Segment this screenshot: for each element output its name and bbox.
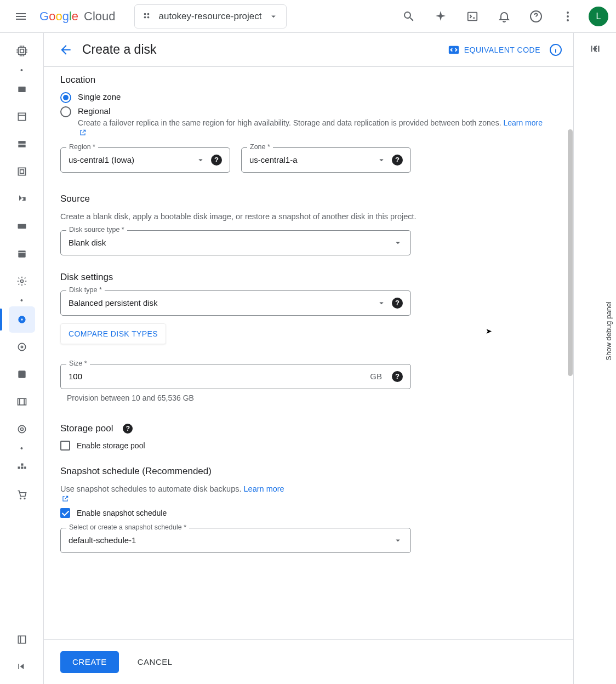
- storage-pool-heading-row: Storage pool ?: [60, 423, 557, 434]
- size-field[interactable]: Size * GB ?: [60, 364, 411, 389]
- more-button[interactable]: [555, 3, 581, 30]
- nav-item-marketplace[interactable]: [9, 626, 35, 653]
- svg-rect-15: [18, 168, 25, 175]
- zone-select[interactable]: Zone * us-central1-a ?: [241, 147, 411, 173]
- code-icon: [448, 44, 460, 56]
- cancel-button[interactable]: CANCEL: [130, 652, 180, 672]
- svg-point-23: [21, 346, 22, 347]
- help-circle-icon: [529, 10, 543, 23]
- svg-rect-10: [20, 49, 24, 53]
- nav-item-3[interactable]: [9, 131, 35, 157]
- async-icon: [16, 424, 27, 435]
- machine-icon: [16, 166, 27, 177]
- show-debug-panel[interactable]: Show debug panel: [603, 296, 614, 366]
- radio-checked-icon: [60, 92, 71, 103]
- cart-icon: [16, 489, 27, 500]
- radio-regional[interactable]: Regional Create a failover replica in th…: [60, 106, 557, 136]
- regional-label: Regional: [78, 106, 543, 116]
- radio-single-zone[interactable]: Single zone: [60, 92, 557, 103]
- single-zone-label: Single zone: [78, 92, 121, 101]
- nav-dot-3: •: [9, 443, 35, 454]
- search-button[interactable]: [396, 3, 422, 30]
- nav-item-8[interactable]: [9, 268, 35, 294]
- percent-icon: [16, 221, 27, 232]
- chevron-left-bar-icon: [589, 43, 601, 55]
- snapshot-icon: [16, 369, 27, 380]
- svg-point-26: [18, 425, 25, 432]
- nav-item-async[interactable]: [9, 416, 35, 442]
- size-helper: Provision between 10 and 65,536 GB: [67, 394, 557, 402]
- svg-point-8: [567, 19, 569, 21]
- notifications-button[interactable]: [491, 3, 517, 30]
- enable-snapshot-checkbox[interactable]: Enable snapshot schedule: [60, 508, 557, 518]
- svg-point-1: [147, 13, 149, 15]
- zone-help[interactable]: ?: [392, 155, 403, 166]
- marketplace-icon: [16, 634, 27, 645]
- size-help[interactable]: ?: [392, 371, 403, 382]
- snapshot-description: Use snapshot schedules to automate disk …: [60, 483, 557, 503]
- footer: CREATE CANCEL: [44, 639, 573, 684]
- help-button[interactable]: [523, 3, 549, 30]
- nav-disks-active[interactable]: [9, 306, 35, 333]
- external-link-icon: [61, 495, 69, 503]
- snapshot-schedule-select[interactable]: Select or create a snapshot schedule * d…: [60, 528, 411, 553]
- disk-type-help[interactable]: ?: [392, 298, 403, 309]
- nav-expand[interactable]: [9, 653, 35, 680]
- nav-item-snapshots[interactable]: [9, 361, 35, 387]
- nav-item-images[interactable]: [9, 389, 35, 415]
- nav-item-6[interactable]: [9, 213, 35, 240]
- radio-unchecked-icon: [60, 106, 71, 117]
- project-picker[interactable]: autokey-resource-project: [134, 4, 287, 29]
- disk-source-type-select[interactable]: Disk source type * Blank disk: [60, 230, 411, 255]
- disk-type-label: Disk type *: [66, 286, 105, 294]
- size-unit: GB: [370, 372, 382, 381]
- equivalent-code-button[interactable]: EQUIVALENT CODE: [448, 44, 540, 56]
- disk-icon: [16, 314, 27, 325]
- nav-item-groups[interactable]: [9, 454, 35, 481]
- zone-label: Zone *: [247, 143, 273, 151]
- svg-rect-29: [21, 464, 23, 466]
- nav-item-1[interactable]: [9, 76, 35, 102]
- create-button[interactable]: CREATE: [60, 651, 119, 673]
- svg-point-27: [20, 428, 23, 431]
- scrollbar[interactable]: [568, 129, 573, 376]
- back-button[interactable]: [55, 39, 77, 61]
- hamburger-menu[interactable]: [8, 3, 34, 30]
- google-cloud-logo[interactable]: Google Cloud: [39, 9, 116, 24]
- storage-pool-help[interactable]: ?: [123, 424, 133, 434]
- cloud-shell-button[interactable]: [459, 3, 486, 30]
- bell-icon: [498, 10, 511, 23]
- svg-point-19: [20, 280, 23, 283]
- image-icon: [16, 396, 27, 407]
- gemini-button[interactable]: [427, 3, 454, 30]
- disk-settings-heading: Disk settings: [60, 272, 557, 283]
- region-help[interactable]: ?: [211, 155, 222, 166]
- right-collapse-button[interactable]: [589, 43, 601, 55]
- compare-disk-types-button[interactable]: COMPARE DISK TYPES: [60, 323, 166, 344]
- svg-rect-16: [20, 170, 24, 174]
- size-input[interactable]: [69, 372, 370, 381]
- region-select[interactable]: Region * us-central1 (Iowa) ?: [60, 147, 230, 173]
- svg-rect-12: [18, 113, 25, 120]
- nav-item-7[interactable]: [9, 241, 35, 267]
- source-description: Create a blank disk, apply a bootable di…: [60, 211, 557, 223]
- svg-rect-17: [18, 224, 26, 229]
- svg-point-21: [21, 318, 22, 320]
- nav-compute[interactable]: [9, 38, 35, 64]
- svg-rect-14: [18, 145, 25, 147]
- disk-type-select[interactable]: Disk type * Balanced persistent disk ?: [60, 290, 411, 316]
- enable-storage-pool-checkbox[interactable]: Enable storage pool: [60, 441, 557, 451]
- snapshot-heading: Snapshot schedule (Recommended): [60, 466, 557, 477]
- nav-item-bare[interactable]: [9, 482, 35, 508]
- user-avatar[interactable]: L: [589, 7, 608, 26]
- info-button[interactable]: [549, 43, 562, 56]
- nav-item-2[interactable]: [9, 104, 35, 130]
- size-label: Size *: [66, 360, 90, 367]
- svg-point-33: [24, 498, 25, 499]
- nav-item-5[interactable]: [9, 186, 35, 212]
- group-icon: [16, 462, 27, 473]
- nav-item-storage[interactable]: [9, 334, 35, 360]
- nav-dot-2: •: [9, 295, 35, 306]
- nav-item-4[interactable]: [9, 158, 35, 185]
- svg-point-6: [567, 12, 569, 14]
